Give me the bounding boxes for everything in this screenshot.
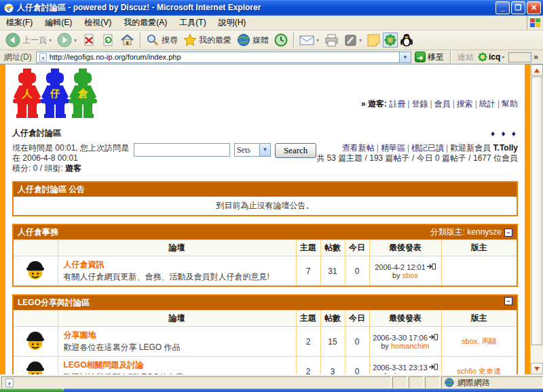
stats-line: 共 53 篇主題 / 193 篇帖子 / 今日 0 篇帖子 / 1677 位會員 [316,153,518,163]
category-moderator[interactable]: 分類版主: kennysze [430,227,502,238]
forward-button[interactable]: ▾ [54,31,79,49]
last-post-date: 2006-3-31 23:13 [373,364,428,372]
forum-link[interactable]: 人仔倉資訊 [64,260,105,269]
icq-button[interactable] [383,33,398,47]
stop-button[interactable] [79,32,98,48]
home-button[interactable] [117,32,137,48]
last-poster-link[interactable]: sbox [402,271,418,279]
stats-link[interactable]: 統計 [479,99,495,109]
icq-flower-icon [384,34,396,46]
windows-logo-icon [527,16,543,30]
goto-last-post-icon[interactable] [427,263,436,271]
toolbar-overflow-chevron[interactable]: » [533,52,538,62]
favorites-button[interactable]: 我的最愛 [181,32,234,48]
digest-link[interactable]: 精華區 [381,143,405,153]
search-submit-button[interactable]: Search [275,143,316,158]
media-button[interactable]: 媒體 [234,32,272,48]
register-link[interactable]: 註冊 [389,99,405,109]
collapse-icon[interactable]: − [504,297,512,305]
col-posts: 帖數 [320,240,345,256]
history-button[interactable] [272,32,291,48]
close-button[interactable]: ✕ [527,1,541,14]
security-zone-segment: 網際網路 [441,376,543,389]
address-bar: 網址(D) e ▼ ➜ 移至 連結 icq ▾ » [0,50,543,64]
svg-text:倉: 倉 [77,87,89,99]
restore-button[interactable]: ❐ [511,1,525,14]
search-scope-select[interactable]: Sets ▼ [234,143,271,157]
forum-link[interactable]: LEGO相關問題及討論 [64,360,144,370]
moderator-link[interactable]: sbox, 馬騮 [462,337,496,345]
mail-button[interactable]: ▾ [297,33,322,47]
minifig-green: 倉 [68,68,98,121]
col-forum: 論壇 [58,240,296,256]
menu-edit[interactable]: 編輯(E) [39,15,78,31]
edit-button[interactable]: ▾ [341,33,364,48]
taskbar-strip [64,389,543,392]
menu-favorites[interactable]: 我的最愛(A) [117,15,173,31]
scrollbar-thumb[interactable] [531,77,542,345]
menu-tools[interactable]: 工具(T) [173,15,212,31]
help-link[interactable]: 幫助 [502,99,518,109]
toolbar-separator [140,33,141,47]
forum-link[interactable]: 分享園地 [64,330,96,340]
col-today: 今日 [345,311,369,327]
members-link[interactable]: 會員 [434,99,451,109]
goto-last-post-icon[interactable] [429,364,438,372]
menu-file[interactable]: 檔案(F) [0,15,39,31]
scrollbar-track[interactable] [531,76,543,363]
back-dropdown-icon[interactable]: ▾ [49,37,52,43]
note-icon [367,34,380,47]
posts-count: 3 [320,357,345,375]
scroll-down-button[interactable] [531,363,543,374]
address-input[interactable] [50,53,399,61]
search-button-toolbar[interactable]: 搜尋 [143,32,181,48]
minimize-button[interactable]: _ [495,1,510,14]
mark-read-link[interactable]: 標記已讀 [411,143,444,153]
back-button[interactable]: 上一頁 ▾ [3,31,54,49]
search-scope-value: Sets [235,145,259,155]
taskbar-sliver [0,389,543,392]
col-lastpost: 最後發表 [369,240,441,256]
col-moderator: 版主 [441,240,517,256]
last-poster-link[interactable]: homanchim [391,342,430,350]
menu-bar: 檔案(F) 編輯(E) 檢視(V) 我的最愛(A) 工具(T) 說明(H) [0,16,543,31]
refresh-button[interactable] [98,32,117,48]
scroll-up-button[interactable] [531,64,543,76]
topics-count: 2 [296,327,320,357]
notes-button[interactable] [364,33,383,48]
posts-count: 15 [320,327,345,357]
browser-viewport: 人 [0,64,543,374]
col-posts: 帖數 [320,311,345,327]
go-button[interactable]: ➜ 移至 [415,52,444,63]
moderator-link[interactable]: schfio 史奈達 [457,367,501,374]
svg-text:人: 人 [22,87,33,99]
collapse-icon[interactable]: − [504,229,512,237]
menu-help[interactable]: 說明(H) [212,15,252,31]
links-label[interactable]: 連結 [457,52,474,63]
newest-member[interactable]: T.Tolly [493,143,518,153]
address-dropdown-icon[interactable]: ▼ [399,52,411,62]
qq-button[interactable] [398,32,415,48]
forum-description: 有關人仔倉網頁更新、會務、活動及會員對人仔倉的意見! [64,271,291,283]
start-button-sliver[interactable] [0,389,64,392]
category-table-lego: − LEGO分享與討論區 論壇 主題 帖數 今日 最後發表 版主 [12,294,518,374]
vertical-scrollbar[interactable] [530,64,543,374]
address-label: 網址(D) [4,52,32,63]
edit-icon [344,34,357,47]
search-link[interactable]: 搜索 [457,99,473,109]
icq-toolbar-label[interactable]: icq [489,52,500,62]
menu-view[interactable]: 檢視(V) [78,15,117,31]
goto-last-post-icon[interactable] [429,334,438,342]
search-keyword-input[interactable] [134,143,230,157]
new-posts-link[interactable]: 查看新帖 [342,143,375,153]
icq-dropdown-icon[interactable]: ▾ [502,54,504,60]
forward-dropdown-icon[interactable]: ▾ [74,37,77,43]
scroll-down-icon [534,367,540,371]
qq-penguin-icon [400,33,413,47]
history-icon [274,33,288,47]
print-button[interactable] [322,33,341,48]
edit-dropdown-icon[interactable]: ▾ [359,37,362,43]
mail-dropdown-icon[interactable]: ▾ [316,37,319,43]
login-link[interactable]: 登錄 [412,99,428,109]
mini-toolbar-input[interactable] [508,52,531,62]
